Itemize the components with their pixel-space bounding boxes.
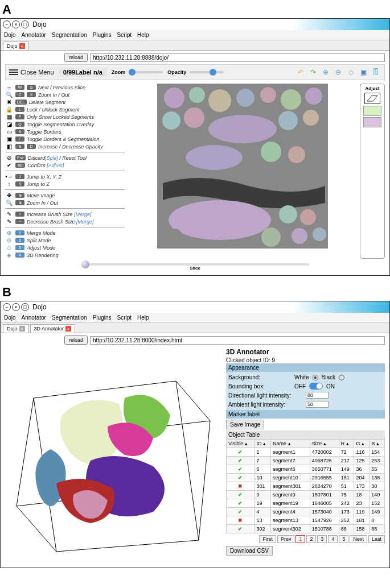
menu-plugins[interactable]: Plugins	[93, 314, 112, 321]
maximize-icon[interactable]: □	[21, 20, 29, 28]
merge-icon[interactable]: ⊕	[321, 67, 331, 77]
table-header[interactable]: ID ▴	[254, 440, 271, 448]
svg-point-7	[305, 88, 322, 105]
bg-black-radio[interactable]	[339, 375, 344, 380]
table-row[interactable]: ✔ 7segment74068726217125253	[227, 457, 385, 465]
dir-light-input[interactable]	[306, 392, 329, 399]
tab-close-icon[interactable]: ×	[19, 326, 25, 332]
mode-row[interactable]: ◈ 4 3D Rendering	[5, 251, 125, 259]
page-1[interactable]: 1	[295, 535, 305, 543]
shortcut-icon: ◧	[5, 143, 13, 150]
table-row[interactable]: ✔ 1segment1472000272116154	[227, 448, 385, 457]
menu-annotator[interactable]: Annotator	[22, 314, 46, 321]
table-row[interactable]: ✖ 13segment1315479262521818	[227, 516, 385, 525]
redo-icon[interactable]: ↷	[308, 67, 318, 77]
save-image-button[interactable]: Save Image	[226, 420, 264, 429]
table-header[interactable]: Size ▴	[310, 440, 339, 448]
page-4[interactable]: 4	[328, 535, 338, 543]
slice-slider[interactable]: Slice	[5, 263, 385, 271]
visible-check-icon[interactable]: ✔	[238, 509, 243, 515]
menu-dojo[interactable]: Dojo	[4, 314, 16, 321]
cube-icon[interactable]: ▣	[358, 67, 368, 77]
dir-light-label: Directional light intensity:	[228, 392, 302, 399]
table-row[interactable]: ✔ 302segment30215107888815888	[227, 525, 385, 533]
menu-help[interactable]: Help	[137, 314, 149, 321]
maximize-icon[interactable]: □	[21, 303, 29, 311]
menu-segmentation[interactable]: Segmentation	[52, 314, 87, 321]
menu-annotator[interactable]: Annotator	[22, 32, 46, 38]
menu-script[interactable]: Script	[117, 32, 132, 38]
tab-3d-annotator[interactable]: 3D Annotator ×	[30, 324, 76, 333]
page-last[interactable]: Last	[368, 535, 385, 543]
close-menu-button[interactable]: Close Menu	[9, 68, 54, 76]
tab-dojo[interactable]: Dojo ×	[3, 42, 29, 50]
table-row[interactable]: ✔ 6segment636507711493655	[227, 465, 385, 474]
svg-point-6	[281, 89, 301, 110]
page-prev[interactable]: Prev	[277, 535, 295, 543]
minimize-icon[interactable]: −	[3, 20, 11, 28]
amb-light-input[interactable]	[306, 401, 329, 408]
opacity-slider[interactable]	[190, 71, 224, 73]
menu-help[interactable]: Help	[137, 32, 149, 38]
key-badge: 1	[15, 230, 24, 235]
svg-point-11	[278, 111, 298, 130]
table-header[interactable]: Visible ▴	[227, 440, 255, 448]
table-header[interactable]: B ▴	[370, 440, 385, 448]
page-3[interactable]: 3	[317, 535, 327, 543]
reload-button[interactable]: reload	[64, 336, 88, 345]
reload-button[interactable]: reload	[64, 53, 88, 62]
table-row[interactable]: ✔ 4segment41573040173119149	[227, 508, 385, 516]
visible-check-icon[interactable]: ✔	[238, 449, 243, 455]
menu-segmentation[interactable]: Segmentation	[52, 32, 87, 38]
zoom-slider[interactable]	[129, 71, 163, 73]
appearance-header[interactable]: Appearance	[226, 363, 385, 372]
mode-row[interactable]: ⊕ 1 Merge Mode	[5, 229, 125, 237]
page-2[interactable]: 2	[306, 535, 316, 543]
visible-check-icon[interactable]: ✔	[238, 466, 243, 472]
download-csv-button[interactable]: Download CSV	[226, 546, 273, 556]
table-header[interactable]: R ▴	[339, 440, 354, 448]
visible-x-icon[interactable]: ✖	[238, 483, 243, 489]
visible-check-icon[interactable]: ✔	[238, 500, 243, 506]
visible-check-icon[interactable]: ✔	[238, 492, 243, 498]
bbox-toggle[interactable]	[309, 383, 323, 390]
table-row[interactable]: ✔ 10segment102916555181204138	[227, 474, 385, 482]
eraser-icon[interactable]	[364, 93, 380, 104]
page-next[interactable]: Next	[350, 535, 367, 543]
split-icon[interactable]: ⊖	[333, 67, 343, 77]
table-row[interactable]: ✔ 19segment19164600524223152	[227, 499, 385, 508]
database-icon[interactable]: 🗄	[371, 67, 381, 77]
visible-check-icon[interactable]: ✔	[238, 526, 243, 532]
swatch-1[interactable]	[363, 106, 381, 116]
url-input-a[interactable]	[90, 53, 385, 62]
close-icon[interactable]: ×	[12, 20, 20, 28]
3d-viewer[interactable]	[5, 347, 221, 563]
close-icon[interactable]: ×	[12, 303, 20, 311]
bg-white-radio[interactable]	[313, 375, 318, 380]
table-header[interactable]: G ▴	[354, 440, 370, 448]
menu-plugins[interactable]: Plugins	[93, 32, 112, 38]
image-viewer[interactable]	[129, 84, 355, 259]
page-first[interactable]: First	[259, 535, 276, 543]
swatch-2[interactable]	[363, 117, 381, 127]
mode-row[interactable]: ◇ 3 Adjust Mode	[5, 244, 125, 251]
page-5[interactable]: 5	[339, 535, 348, 543]
tab-close-icon[interactable]: ×	[19, 43, 25, 49]
tab-dojo-b[interactable]: Dojo ×	[3, 324, 29, 333]
table-header[interactable]: Name ▴	[271, 440, 310, 448]
mode-row[interactable]: ⊖ 2 Split Mode	[5, 237, 125, 244]
minimize-icon[interactable]: −	[3, 303, 11, 311]
visible-check-icon[interactable]: ✔	[238, 475, 243, 481]
undo-icon[interactable]: ↶	[295, 67, 306, 77]
table-row[interactable]: ✔ 9segment918078017518140	[227, 491, 385, 499]
visible-check-icon[interactable]: ✔	[238, 458, 243, 463]
adjust-icon[interactable]: ◇	[346, 67, 356, 77]
marker-label-header[interactable]: Marker label	[226, 410, 385, 419]
url-input-b[interactable]	[90, 336, 385, 345]
menu-script[interactable]: Script	[117, 314, 132, 321]
tab-close-icon[interactable]: ×	[65, 326, 71, 332]
segmentation-image[interactable]	[157, 84, 328, 249]
menu-dojo[interactable]: Dojo	[4, 32, 16, 38]
visible-x-icon[interactable]: ✖	[238, 517, 243, 523]
table-row[interactable]: ✖ 301segment30128242705117330	[227, 482, 385, 491]
